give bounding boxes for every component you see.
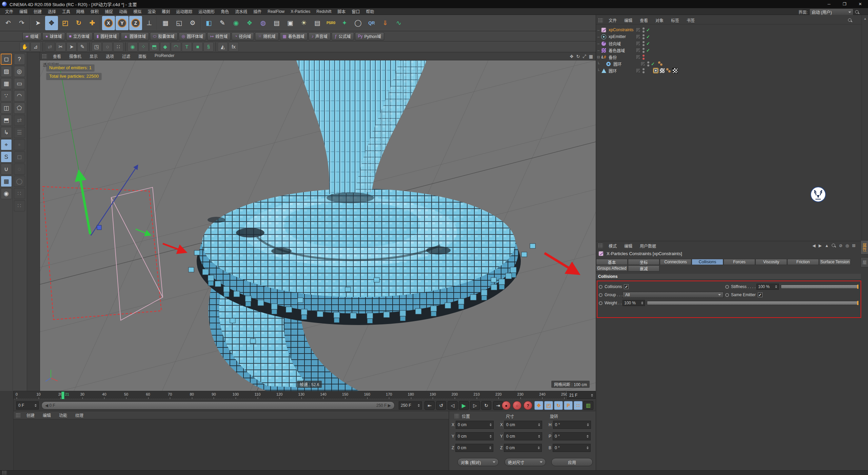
material-menu-item[interactable]: 纹理: [71, 412, 87, 418]
anim-dot-icon[interactable]: [725, 293, 729, 297]
coord-mode-dropdown[interactable]: 对象 (相对): [457, 458, 499, 466]
lock-icon[interactable]: ⊘: [839, 243, 842, 248]
palette-icon-transfer-tool[interactable]: ▫: [14, 139, 25, 150]
modeling-icon-sep[interactable]: [42, 42, 43, 52]
enable-check-icon[interactable]: ✓: [646, 48, 651, 53]
add-panel-icon[interactable]: ⊞: [852, 243, 855, 248]
modeling-icon-silhouette[interactable]: ◭: [218, 42, 228, 52]
field-button[interactable]: ƒ公式域: [332, 32, 354, 40]
object-name[interactable]: 径向域: [609, 41, 633, 46]
weight-field[interactable]: 100 %: [623, 300, 645, 306]
modeling-icon-axis-scale[interactable]: ⊿: [31, 42, 41, 52]
attribute-tab[interactable]: 衰减: [628, 265, 659, 271]
toolbar-icon-scene-floor[interactable]: ▤: [270, 16, 283, 30]
layer-swatch-icon[interactable]: [636, 27, 640, 32]
material-menu-item[interactable]: 功能: [55, 412, 71, 418]
range-end-field[interactable]: 250 F: [399, 401, 422, 410]
palette-icon-enable-axis[interactable]: ↳: [1, 127, 12, 138]
attribute-tab[interactable]: Groups Affected: [596, 265, 628, 271]
field-button[interactable]: ▦着色器域: [280, 32, 308, 40]
palette-icon-workplane-rotate[interactable]: ◉: [1, 188, 12, 199]
layer-swatch-icon[interactable]: [636, 48, 640, 53]
drag-handle-icon[interactable]: [16, 413, 20, 418]
toolbar-icon-sep[interactable]: [29, 16, 30, 30]
attribute-tab[interactable]: Surface Tension: [819, 259, 851, 265]
palette-icon-mirror-tool[interactable]: ⇄: [14, 115, 25, 126]
modeling-icon-sep[interactable]: [215, 42, 216, 52]
toolbar-icon-generator-subdivision[interactable]: ◉: [230, 16, 242, 30]
field-button[interactable]: ♪声音域: [309, 32, 331, 40]
object-name[interactable]: 圆环: [609, 68, 633, 74]
checker-dark-tag-icon[interactable]: [672, 68, 678, 73]
go-start-button[interactable]: ⇤: [425, 401, 435, 410]
size-mode-dropdown[interactable]: 绝对尺寸: [505, 458, 546, 466]
field-button[interactable]: ▮圆柱体域: [94, 32, 120, 40]
menu-item[interactable]: 创建: [31, 8, 45, 14]
close-button[interactable]: ✕: [852, 0, 868, 8]
stiffness-slider[interactable]: [781, 285, 859, 289]
minimize-button[interactable]: ─: [821, 0, 837, 8]
object-row[interactable]: ⊟L0备份: [596, 54, 862, 60]
toolbar-icon-last-tool[interactable]: ✚: [86, 16, 99, 30]
palette-icon-sphere-proj[interactable]: ◯: [14, 176, 25, 187]
toggle-views-icon[interactable]: ▦: [589, 54, 593, 59]
toolbar-icon-undo[interactable]: ↶: [2, 16, 15, 30]
modeling-icon-mesh[interactable]: ◆: [160, 42, 170, 52]
coordinate-field[interactable]: 0 cm: [504, 421, 542, 429]
menu-item[interactable]: 帮助: [363, 8, 377, 14]
autokey-button[interactable]: ○: [513, 401, 521, 410]
field-button[interactable]: ◎圆环体域: [179, 32, 206, 40]
same-emitter-checkbox[interactable]: ✓: [758, 292, 763, 297]
material-menu-item[interactable]: 创建: [22, 412, 39, 418]
palette-icon-workplane-lock[interactable]: ▩: [1, 176, 12, 187]
attribute-tab[interactable]: 坐标: [628, 259, 659, 265]
key-position-button[interactable]: ✥: [534, 401, 543, 410]
object-manager-scroll-strip[interactable]: ▲: [862, 15, 868, 241]
coordinate-field[interactable]: 0 cm: [456, 421, 494, 429]
tree-branch-icon[interactable]: ⊟: [596, 55, 601, 59]
visibility-dots-icon[interactable]: [643, 48, 645, 53]
keyframe-selection-icon[interactable]: ▥: [583, 401, 593, 410]
coordinate-field[interactable]: 0 cm: [504, 444, 542, 452]
palette-icon-simulation-s[interactable]: S: [1, 151, 12, 163]
menu-item[interactable]: RealFlow: [264, 9, 288, 14]
palette-icon-workplane-mode[interactable]: ▦: [1, 78, 12, 89]
layer-swatch-icon[interactable]: [640, 61, 645, 66]
viewport-menu-item[interactable]: 摄像机: [65, 53, 85, 59]
field-button[interactable]: ▰组域: [22, 32, 41, 40]
toolbar-icon-redo[interactable]: ↷: [15, 16, 28, 30]
object-row[interactable]: –径向域✓: [596, 40, 862, 47]
zoom-view-icon[interactable]: ⤢: [583, 54, 586, 59]
field-button[interactable]: ▲圆锥体域: [121, 32, 149, 40]
viewport-menu-item[interactable]: ProRender: [151, 53, 178, 59]
anim-dot-icon[interactable]: [725, 285, 729, 289]
prev-frame-button[interactable]: ◁: [448, 401, 458, 410]
menu-item[interactable]: Redshift: [313, 9, 334, 14]
toolbar-icon-lock-x[interactable]: X: [102, 16, 115, 30]
collisions-checkbox[interactable]: ✓: [624, 284, 629, 289]
anim-dot-icon[interactable]: [599, 285, 603, 289]
field-button[interactable]: ⬭胶囊体域: [150, 32, 177, 40]
target-icon[interactable]: ◎: [845, 243, 849, 248]
visibility-dots-icon[interactable]: [643, 55, 645, 60]
enable-check-icon[interactable]: ✓: [646, 41, 651, 46]
modeling-icon-text-spline[interactable]: T: [182, 42, 192, 52]
object-row[interactable]: └圆环: [596, 67, 862, 74]
modeling-icon-grid-points[interactable]: ∷: [113, 42, 123, 52]
object-name[interactable]: xpEmitter: [609, 34, 633, 39]
object-name[interactable]: 备份: [609, 54, 633, 60]
toolbar-icon-live-selection[interactable]: ➤: [32, 16, 44, 30]
modeling-icon-cube-green[interactable]: ■: [193, 42, 203, 52]
toolbar-icon-lock-y[interactable]: Y: [116, 16, 129, 30]
modeling-icon-sep[interactable]: [89, 42, 90, 52]
modeling-icon-corner-point[interactable]: ◳: [92, 42, 102, 52]
toolbar-icon-cv-sphere[interactable]: ◯: [352, 16, 364, 30]
menu-item[interactable]: 动画: [116, 8, 130, 14]
next-key-button[interactable]: ↻: [481, 401, 491, 410]
layer-swatch-icon[interactable]: [636, 34, 640, 39]
attribute-menu-item[interactable]: 用户数据: [636, 243, 660, 249]
object-name[interactable]: xpConstraints: [609, 27, 633, 32]
menu-item[interactable]: 雕刻: [159, 8, 173, 14]
attribute-tab[interactable]: Connections: [660, 259, 691, 265]
palette-icon-dots-grid-b[interactable]: ∷: [14, 200, 25, 211]
